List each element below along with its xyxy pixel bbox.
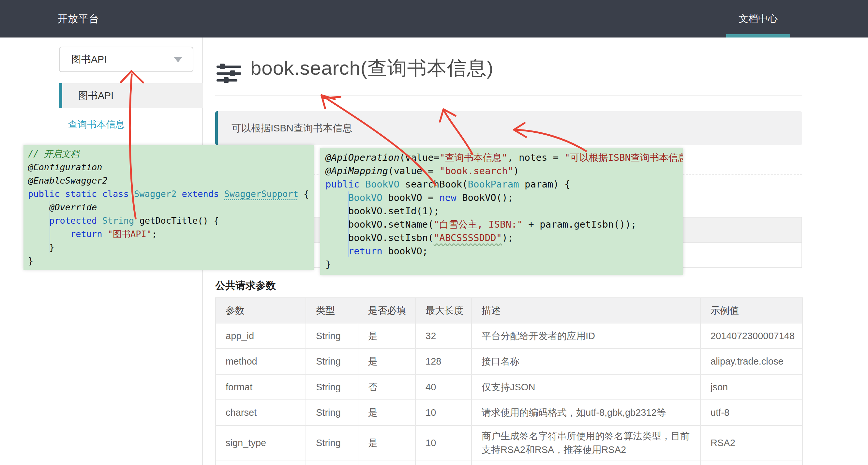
table-cell: String xyxy=(306,349,358,374)
api-description-box: 可以根据ISBN查询书本信息 xyxy=(215,111,802,145)
code-screenshot-swagger-config: // 开启文档@Configuration@EnableSwagger2publ… xyxy=(24,145,314,270)
table-cell xyxy=(701,460,802,465)
active-item-accent-bar xyxy=(59,83,62,108)
params-table-body: app_idString是32平台分配给开发者的应用ID201407230000… xyxy=(216,323,802,465)
code-line: return bookVO; xyxy=(326,245,678,258)
table-cell: 仅支持JSON xyxy=(471,374,701,400)
sidebar-item-book-api[interactable]: 图书API xyxy=(59,83,203,108)
table-cell xyxy=(216,460,306,465)
table-cell: String xyxy=(306,374,358,400)
table-cell: 是 xyxy=(358,426,415,460)
api-select-dropdown[interactable]: 图书API xyxy=(59,46,193,72)
table-cell: 2014072300007148 xyxy=(701,323,802,349)
indent-guide xyxy=(348,191,349,257)
column-header: 类型 xyxy=(306,298,358,323)
sidebar-link-query-book[interactable]: 查询书本信息 xyxy=(68,118,125,131)
params-table: 参数类型是否必填最大长度描述示例值 app_idString是32平台分配给开发… xyxy=(215,298,802,465)
table-cell: 32 xyxy=(415,323,471,349)
code-line: @EnableSwagger2 xyxy=(28,174,309,187)
table-cell: 否 xyxy=(358,374,415,400)
table-cell: format xyxy=(216,374,306,400)
table-cell: charset xyxy=(216,400,306,426)
code-line: @ApiOperation(value="查询书本信息", notes = "可… xyxy=(326,151,678,164)
top-navbar: 开放平台 文档中心 xyxy=(0,0,868,37)
table-cell xyxy=(306,460,358,465)
brand-title: 开放平台 xyxy=(57,0,99,37)
table-row: sign_typeString是10商户生成签名字符串所使用的签名算法类型，目前… xyxy=(216,426,802,460)
code-line: bookVO.setIsbn("ABCSSSSDDD"); xyxy=(326,231,678,245)
table-cell: 是 xyxy=(358,349,415,374)
code-line: BookVO bookVO = new BookVO(); xyxy=(326,191,678,205)
table-cell: sign_type xyxy=(216,426,306,460)
code-line: bookVO.setName("白雪公主, ISBN:" + param.get… xyxy=(326,218,678,231)
params-table-head: 参数类型是否必填最大长度描述示例值 xyxy=(216,298,802,323)
code-line: } xyxy=(28,254,309,268)
table-cell: RSA2 xyxy=(701,426,802,460)
sidebar-item-label: 图书API xyxy=(78,89,114,102)
code-line: } xyxy=(326,258,678,271)
nav-item-label: 文档中心 xyxy=(739,12,778,25)
api-doc-page: { "navbar": { "brand": "开放平台", "doc_cent… xyxy=(0,0,868,465)
column-header: 最大长度 xyxy=(415,298,471,323)
code-line: @Configuration xyxy=(28,160,309,174)
code-line: public static class Swagger2 extends Swa… xyxy=(28,187,309,200)
table-cell: 商户生成签名字符串所使用的签名算法类型，目前支持RSA2和RSA，推荐使用RSA… xyxy=(471,426,701,460)
indent-guide xyxy=(50,201,50,253)
table-row: charsetString是10请求使用的编码格式，如utf-8,gbk,gb2… xyxy=(216,400,802,426)
table-cell: alipay.trade.close xyxy=(701,349,802,374)
table-cell: method xyxy=(216,349,306,374)
nav-item-doc-center[interactable]: 文档中心 xyxy=(726,0,790,37)
table-cell: 128 xyxy=(415,349,471,374)
table-cell xyxy=(358,460,415,465)
table-cell: String xyxy=(306,400,358,426)
page-title: book.search(查询书本信息) xyxy=(250,55,494,82)
api-select-value: 图书API xyxy=(71,53,106,66)
table-row: methodString是128接口名称alipay.trade.close xyxy=(216,349,802,374)
table-row-clipped xyxy=(216,460,802,465)
table-cell: 40 xyxy=(415,374,471,400)
column-header: 示例值 xyxy=(701,298,802,323)
column-header: 参数 xyxy=(216,298,306,323)
table-header-row: 参数类型是否必填最大长度描述示例值 xyxy=(216,298,802,323)
table-cell: String xyxy=(306,323,358,349)
sliders-icon xyxy=(217,64,244,85)
table-cell xyxy=(471,460,701,465)
code-line: } xyxy=(28,241,309,254)
active-tab-underline xyxy=(726,34,790,37)
table-cell: utf-8 xyxy=(701,400,802,426)
table-cell: json xyxy=(701,374,802,400)
code-line: @Override xyxy=(28,200,309,214)
code-line: bookVO.setId(1); xyxy=(326,205,678,218)
table-cell: 10 xyxy=(415,400,471,426)
table-row: app_idString是32平台分配给开发者的应用ID201407230000… xyxy=(216,323,802,349)
params-section-heading: 公共请求参数 xyxy=(215,279,276,292)
column-header: 是否必填 xyxy=(358,298,415,323)
code-line: public BookVO searchBook(BookParam param… xyxy=(326,178,678,191)
table-row: formatString否40仅支持JSONjson xyxy=(216,374,802,400)
table-cell: app_id xyxy=(216,323,306,349)
code-line: @ApiMapping(value = "book.search") xyxy=(326,164,678,178)
title-divider xyxy=(215,95,802,96)
table-cell: 平台分配给开发者的应用ID xyxy=(471,323,701,349)
code-line: return "图书API"; xyxy=(28,227,309,241)
table-cell: 接口名称 xyxy=(471,349,701,374)
table-cell: String xyxy=(306,426,358,460)
table-cell xyxy=(415,460,471,465)
table-cell: 10 xyxy=(415,426,471,460)
code-screenshot-book-controller: @ApiOperation(value="查询书本信息", notes = "可… xyxy=(320,148,683,275)
table-cell: 是 xyxy=(358,400,415,426)
column-header: 描述 xyxy=(471,298,701,323)
chevron-down-icon xyxy=(174,57,182,62)
table-cell: 是 xyxy=(358,323,415,349)
code-line: // 开启文档 xyxy=(28,147,309,160)
table-cell: 请求使用的编码格式，如utf-8,gbk,gb2312等 xyxy=(471,400,701,426)
api-description-text: 可以根据ISBN查询书本信息 xyxy=(231,122,352,135)
code-line: protected String getDocTitle() { xyxy=(28,214,309,227)
